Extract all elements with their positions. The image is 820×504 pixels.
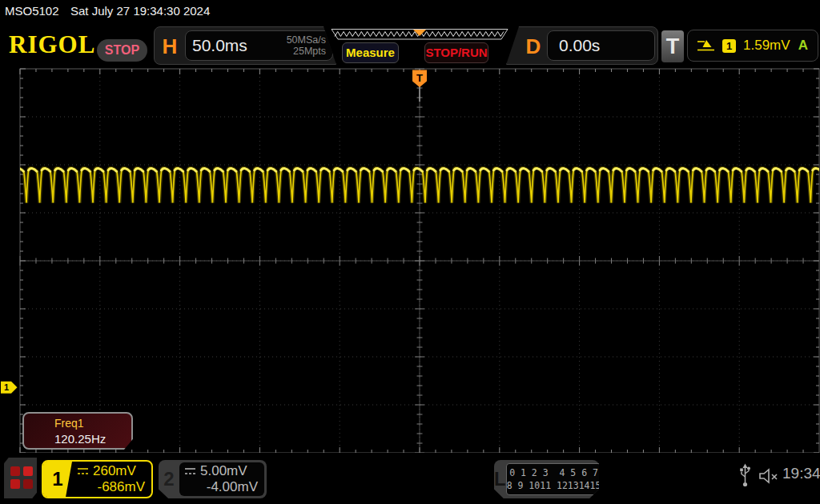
edge-slope-icon	[696, 38, 715, 53]
channel2-scale: 5.00mV	[200, 463, 247, 479]
trigger-level-value: 1.59mV	[743, 38, 791, 54]
channel1-level-marker[interactable]: 1	[1, 382, 18, 394]
stop-run-button[interactable]: STOP/RUN	[424, 42, 488, 63]
channel2-badge: 2	[159, 460, 179, 498]
speaker-muted-icon[interactable]	[758, 467, 780, 485]
logic-analyzer-pill[interactable]: L 0 1 2 3 4 5 6 7 8 9 1011 12131415	[494, 460, 599, 498]
dc-coupling-icon	[77, 467, 89, 476]
logic-analyzer-badge: L	[494, 460, 506, 498]
channel1-scale: 260mV	[93, 463, 136, 479]
memory-depth: 25Mpts	[293, 46, 326, 57]
channel1-status-pill[interactable]: 1 260mV -686mV	[42, 460, 153, 498]
channel2-offset: -4.00mV	[184, 479, 258, 495]
channel1-badge: 1	[43, 462, 72, 497]
delay-panel[interactable]: D 0.00s	[506, 26, 658, 65]
function-menu-button[interactable]	[4, 458, 37, 498]
model-name: MSO5102	[5, 4, 59, 18]
measurement-name: Freq1	[54, 417, 131, 430]
trigger-sweep-mode: A	[798, 38, 810, 54]
rigol-logo: RIGOL	[9, 30, 95, 59]
grid-menu-icon	[10, 466, 31, 489]
status-datetime: Sat July 27 19:34:30 2024	[70, 4, 210, 18]
trigger-position-marker[interactable]: T	[412, 70, 427, 102]
usb-device-icon	[738, 463, 752, 489]
trigger-label: T	[661, 30, 684, 62]
status-bar: MSO5102 Sat July 27 19:34:30 2024	[0, 0, 820, 22]
horizontal-panel[interactable]: H 50.0ms 50MSa/s 25Mpts	[154, 26, 336, 65]
svg-text:T: T	[416, 72, 423, 84]
delay-value: 0.00s	[559, 36, 600, 55]
digital-channels-row1: 0 1 2 3 4 5 6 7	[509, 466, 598, 479]
ch1-waveform	[13, 168, 820, 202]
sample-rate: 50MSa/s	[287, 34, 326, 46]
channel1-offset: -686mV	[77, 479, 145, 495]
measurement-result-box[interactable]: Freq1 120.25Hz	[22, 412, 133, 450]
svg-text:1: 1	[4, 382, 9, 392]
dc-coupling-icon	[184, 467, 196, 476]
delay-label: D	[521, 32, 546, 61]
horizontal-label: H	[157, 32, 183, 61]
acquisition-state-badge[interactable]: STOP	[97, 39, 147, 62]
bottom-bar: 1 260mV -686mV 2 5.00mV	[0, 453, 820, 504]
timebase-value: 50.0ms	[192, 36, 247, 55]
timebase-overview-strip[interactable]	[331, 29, 508, 40]
digital-channels-row2: 8 9 1011 12131415	[507, 479, 601, 492]
clock-display: 19:34	[782, 465, 820, 482]
measurement-value: 120.25Hz	[54, 432, 131, 446]
measure-button[interactable]: Measure	[342, 42, 399, 63]
trigger-panel[interactable]: T 1 1.59mV A	[661, 26, 818, 65]
header-bar: RIGOL STOP H 50.0ms 50MSa/s 25Mpts Measu…	[0, 22, 820, 67]
channel2-status-pill[interactable]: 2 5.00mV -4.00mV	[159, 460, 267, 498]
trigger-source-badge: 1	[722, 39, 736, 53]
oscilloscope-screen: MSO5102 Sat July 27 19:34:30 2024 RIGOL …	[0, 0, 820, 504]
